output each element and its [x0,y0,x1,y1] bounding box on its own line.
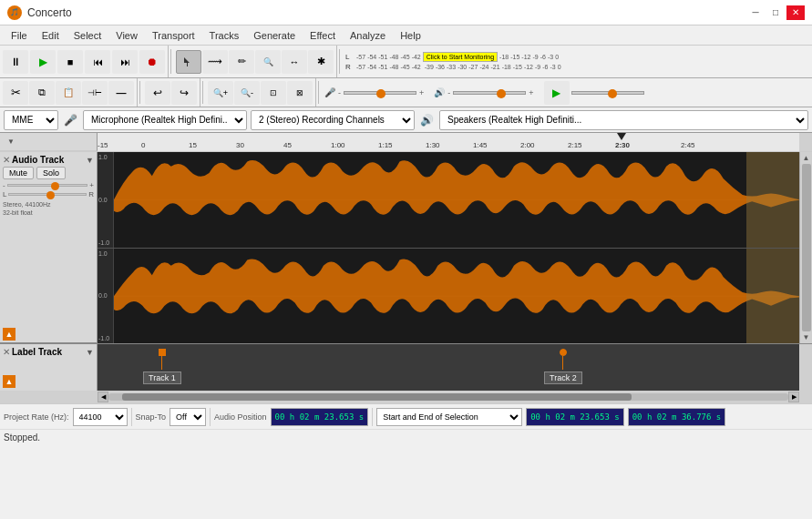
ruler-area: ▼ -15 0 15 30 45 1:00 1:15 1:30 1:45 2:0… [0,133,812,152]
menu-file[interactable]: File [4,28,35,43]
maximize-button[interactable]: □ [766,5,785,20]
menu-transport[interactable]: Transport [145,28,202,43]
select-tool-button[interactable] [176,50,201,74]
vu-meter-l: L -57-54-51-48-45-42 Click to Start Moni… [345,52,808,62]
label-marker-track1: Track 1 [143,349,181,384]
vertical-scrollbar[interactable]: ▲ ▼ [799,152,812,343]
snap-to-select[interactable]: Off [170,408,206,426]
label-track-collapse[interactable]: ▲ [3,375,15,388]
vu-r-label: R [345,63,353,71]
mute-button[interactable]: Mute [3,167,34,179]
trim-button[interactable]: ⊣⊢ [82,81,108,105]
menu-analyze[interactable]: Analyze [343,28,393,43]
scroll-thumb[interactable] [802,164,811,331]
track-gain-slider[interactable] [7,184,88,187]
pan-l-label: L [3,190,6,198]
hscroll-right-button[interactable]: ▶ [788,392,799,402]
menubar: File Edit Select View Transport Tracks G… [0,25,812,46]
playback-slider[interactable] [571,91,644,95]
audio-position-label: Audio Position [214,412,267,422]
scroll-down-arrow[interactable]: ▼ [803,333,810,341]
menu-view[interactable]: View [108,28,145,43]
menu-tracks[interactable]: Tracks [202,28,247,43]
pan-r-label: R [88,190,94,198]
waveform-display: 1.0 0.0 -1.0 // Generate waveform bars i… [98,152,799,343]
menu-select[interactable]: Select [67,28,109,43]
label-track-area: ✕ Label Track ▼ ▲ Track 1 Track 2 [0,343,812,391]
wave-scale-upper: 1.0 0.0 -1.0 [98,152,114,248]
play-button[interactable]: ▶ [30,50,56,74]
envelope-tool-button[interactable]: ⟿ [202,50,228,74]
undo-redo-toolbar: ↩ ↪ [142,78,200,107]
speaker-icon-sm: 🔊 [420,114,434,127]
vu-meter-area: L -57-54-51-48-45-42 Click to Start Moni… [342,46,812,77]
app-title: Concerto [27,6,746,19]
playhead-marker [617,133,626,140]
mic-icon-sm: 🎤 [64,114,77,127]
play-green-button[interactable]: ▶ [544,81,570,105]
zoom-fit-button[interactable]: ⊠ [287,81,313,105]
edit-tools-toolbar: ⟿ ✏ 🔍 ↔ ✱ [173,46,337,77]
redo-button[interactable]: ↪ [171,81,197,105]
gain-plus: + [419,88,424,97]
label-track-dropdown[interactable]: ▼ [86,348,94,357]
cut-button[interactable]: ✂ [3,81,28,105]
channels-select[interactable]: 2 (Stereo) Recording Channels [251,110,415,130]
menu-help[interactable]: Help [393,28,428,43]
footer-sep1 [131,408,132,426]
timeshift-tool-button[interactable]: ↔ [282,50,307,74]
label-track-close[interactable]: ✕ [3,347,10,357]
stop-button[interactable]: ■ [57,50,83,74]
draw-tool-button[interactable]: ✏ [229,50,254,74]
hscroll-track[interactable] [108,393,788,401]
menu-edit[interactable]: Edit [35,28,67,43]
copy-button[interactable]: ⧉ [29,81,55,105]
zoom-tool-button[interactable]: 🔍 [255,50,281,74]
paste-button[interactable]: 📋 [56,81,81,105]
label-dot-2 [560,349,567,356]
speaker-icon: 🔊 [434,87,445,97]
vu-l-label: L [345,53,353,61]
microphone-select[interactable]: Microphone (Realtek High Defini...) [83,110,247,130]
ruler: -15 0 15 30 45 1:00 1:15 1:30 1:45 2:00 … [98,133,799,151]
scroll-up-arrow[interactable]: ▲ [803,154,810,162]
silence-button[interactable]: — [108,81,134,105]
playback-controls-mini: ▶ [544,81,644,105]
monitor-button[interactable]: Click to Start Monitoring [423,52,498,62]
zoom-in-button[interactable]: 🔍+ [208,81,233,105]
hscroll-left-button[interactable]: ◀ [98,392,108,402]
label-track-controls: ✕ Label Track ▼ ▲ [0,344,98,391]
vol-plus: + [529,88,533,97]
driver-select[interactable]: MME [4,110,58,130]
footer-sep3 [372,408,373,426]
selection-overlay-lower [746,249,799,344]
menu-generate[interactable]: Generate [246,28,303,43]
record-button[interactable]: ⏺ [139,50,165,74]
device-row: MME 🎤 Microphone (Realtek High Defini...… [0,107,812,133]
scale-bot-upper: -1.0 [98,239,112,246]
prev-button[interactable]: ⏮ [85,50,110,74]
project-rate-select[interactable]: 44100 [73,408,128,426]
menu-effect[interactable]: Effect [303,28,343,43]
pause-button[interactable]: ⏸ [3,50,28,74]
track-collapse-button[interactable]: ▲ [3,328,15,341]
output-vol-slider[interactable] [453,91,526,95]
solo-button[interactable]: Solo [36,167,66,179]
close-button[interactable]: ✕ [786,5,805,20]
next-button[interactable]: ⏭ [112,50,138,74]
zoom-sel-button[interactable]: ⊡ [261,81,286,105]
gain-minus-label: - [3,181,5,189]
label-dot-1 [159,349,166,356]
ruler-spacer: ▼ [0,133,98,151]
undo-button[interactable]: ↩ [145,81,170,105]
multi-tool-button[interactable]: ✱ [308,50,334,74]
audio-track-close[interactable]: ✕ [3,155,10,165]
speaker-select[interactable]: Speakers (Realtek High Definiti... [439,110,808,130]
zoom-out-button[interactable]: 🔍- [234,81,260,105]
input-gain-slider[interactable] [344,91,416,95]
minimize-button[interactable]: ─ [746,5,765,20]
footer-sep2 [210,408,211,426]
track-pan-slider[interactable] [8,193,87,196]
selection-mode-select[interactable]: Start and End of Selection [376,408,522,426]
audio-track-dropdown[interactable]: ▼ [86,156,94,165]
